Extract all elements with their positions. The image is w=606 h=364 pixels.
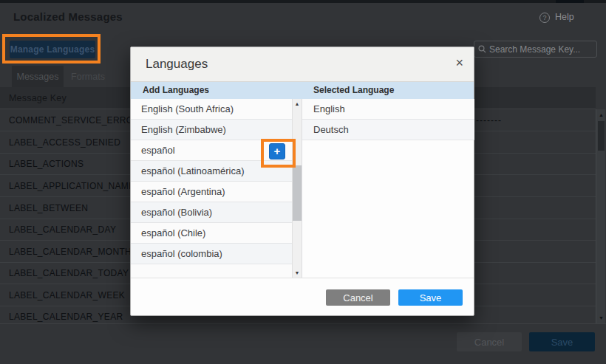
- add-language-item[interactable]: English (South Africa): [131, 99, 292, 120]
- close-icon[interactable]: ×: [455, 56, 463, 69]
- add-languages-column-header: Add Languages: [143, 82, 209, 99]
- scroll-down-icon[interactable]: ▼: [596, 315, 606, 320]
- page-save-button[interactable]: Save: [529, 332, 595, 351]
- modal-save-button[interactable]: Save: [398, 289, 463, 306]
- modal-header: Languages ×: [131, 47, 474, 82]
- modal-footer-divider: [131, 278, 474, 278]
- page-vertical-scrollbar[interactable]: ▲ ▼: [596, 109, 605, 323]
- add-language-item-partial: [131, 264, 292, 278]
- scroll-up-icon[interactable]: ▲: [293, 101, 302, 106]
- help-icon[interactable]: ?: [539, 13, 550, 23]
- add-language-item[interactable]: español (Bolivia): [131, 202, 292, 223]
- selected-language-item[interactable]: Deutsch: [302, 120, 474, 140]
- modal-scrollbar-thumb[interactable]: [293, 165, 302, 221]
- annotation-highlight-add-button: [261, 139, 296, 168]
- help-link[interactable]: Help: [555, 12, 574, 22]
- page-title: Localized Messages: [13, 10, 123, 23]
- add-language-item[interactable]: English (Zimbabwe): [131, 120, 292, 140]
- modal-column-headers: Add Languages Selected Language: [131, 82, 474, 99]
- scroll-down-icon[interactable]: ▼: [293, 270, 302, 275]
- modal-cancel-button[interactable]: Cancel: [326, 289, 390, 306]
- selected-language-column-header: Selected Language: [313, 82, 394, 99]
- table-cell-value-fragment: -------: [476, 115, 502, 126]
- languages-modal: Languages × Add Languages Selected Langu…: [130, 47, 474, 316]
- add-language-item[interactable]: español (Argentina): [131, 182, 292, 202]
- search-message-key-box[interactable]: [474, 41, 597, 58]
- top-window-strip-accent: [556, 0, 584, 3]
- search-input[interactable]: [489, 44, 593, 55]
- footer-divider: [0, 323, 606, 324]
- localized-messages-page: Localized Messages ? Help Manage Languag…: [0, 0, 606, 364]
- search-icon: [474, 45, 489, 53]
- tab-messages[interactable]: Messages: [12, 66, 64, 87]
- annotation-highlight-manage-languages: [2, 34, 101, 63]
- add-language-item[interactable]: español (Chile): [131, 223, 292, 244]
- add-language-item[interactable]: español (colombia): [131, 244, 292, 264]
- modal-list-scrollbar[interactable]: ▲ ▼: [292, 99, 302, 278]
- tab-formats[interactable]: Formats: [64, 66, 112, 87]
- scroll-up-icon[interactable]: ▲: [596, 112, 606, 117]
- selected-language-item[interactable]: English: [302, 99, 474, 120]
- modal-title: Languages: [146, 47, 208, 81]
- page-cancel-button[interactable]: Cancel: [457, 332, 522, 351]
- top-window-strip: [0, 0, 606, 3]
- page-scrollbar-thumb[interactable]: [598, 121, 605, 151]
